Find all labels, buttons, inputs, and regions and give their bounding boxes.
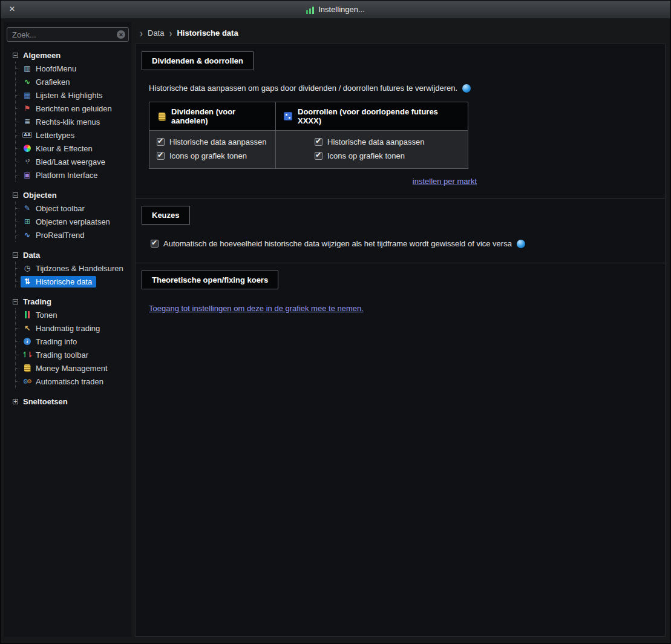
sidebar-group-algemeen[interactable]: − Algemeen <box>9 49 130 61</box>
sidebar-item-berichten-geluiden[interactable]: Berichten en geluiden <box>16 102 130 115</box>
item-label: Bied/Laat weergave <box>36 157 105 166</box>
theoretical-settings-link[interactable]: Toegang tot instellingen om deze in de g… <box>149 304 364 313</box>
dividends-table: Dividenden (voor aandelen) Doorrollen (v… <box>149 102 468 169</box>
sidebar-item-object-toolbar[interactable]: Object toolbar <box>16 202 130 215</box>
item-label: Objecten verplaatsen <box>36 217 110 226</box>
prorealtrend-icon <box>22 231 32 239</box>
item-label: ProRealTrend <box>36 231 84 240</box>
window-title: Instellingen... <box>318 5 365 14</box>
theoretical-section-header: Theoretische open/fixing koers <box>142 271 278 289</box>
group-label: Algemeen <box>23 51 61 60</box>
chevron-right-icon: › <box>140 26 143 39</box>
sidebar-item-handmatig-trading[interactable]: Handmatig trading <box>16 321 130 335</box>
group-items: Tonen Handmatig trading Trading info Tra… <box>15 308 130 388</box>
sidebar-group: + Sneltoetsen <box>9 395 130 407</box>
globe-help-icon[interactable] <box>517 240 525 248</box>
main-menu-icon <box>22 64 32 73</box>
sidebar-group: − Trading Tonen Handmatig trading Tradin… <box>9 295 130 388</box>
item-label: Lijsten & Highlights <box>36 91 103 100</box>
item-label: Historische data <box>36 277 92 286</box>
settings-tree: − Algemeen HoofdMenu Grafieken Lijsten &… <box>4 47 131 637</box>
collapse-icon[interactable]: − <box>13 299 18 304</box>
sidebar-item-automatisch-traden[interactable]: Automatisch traden <box>16 375 130 388</box>
search-input[interactable] <box>7 27 129 42</box>
column-header-dividenden: Dividenden (voor aandelen) <box>149 102 276 131</box>
object-toolbar-icon <box>22 204 32 212</box>
sidebar-group-data[interactable]: − Data <box>9 249 130 261</box>
item-label: Trading toolbar <box>36 350 88 360</box>
doorrollen-icons-tonen-row[interactable]: Icons op grafiek tonen <box>315 149 463 163</box>
instellen-per-markt-link[interactable]: instellen per markt <box>413 177 477 186</box>
money-management-icon <box>22 364 32 372</box>
sidebar-item-lettertypes[interactable]: Lettertypes <box>16 128 130 142</box>
chevron-right-icon: › <box>169 26 172 39</box>
description-text: Historische data aanpassen om gaps door … <box>149 84 457 93</box>
dividenden-icons-tonen-row[interactable]: Icons op grafiek tonen <box>157 149 270 163</box>
sidebar-item-objecten-verplaatsen[interactable]: Objecten verplaatsen <box>16 215 130 228</box>
item-label: Money Management <box>36 364 108 373</box>
settings-sidebar: × − Algemeen HoofdMenu Grafieken <box>4 22 131 637</box>
sidebar-group-trading[interactable]: − Trading <box>9 295 130 307</box>
trading-toolbar-icon <box>22 350 32 359</box>
coins-icon <box>157 112 166 120</box>
auto-adjust-history-row[interactable]: Automatisch de hoeveelheid historische d… <box>151 237 665 251</box>
checkbox-label: Icons op grafiek tonen <box>327 151 405 160</box>
sidebar-item-trading-info[interactable]: Trading info <box>16 335 130 348</box>
move-objects-icon <box>22 217 32 226</box>
sidebar-group: − Objecten Object toolbar Objecten verpl… <box>9 189 130 242</box>
doorrollen-options-cell: Historische data aanpassen Icons op graf… <box>276 131 468 169</box>
platform-interface-icon <box>22 171 32 179</box>
sidebar-item-grafieken[interactable]: Grafieken <box>16 75 130 88</box>
dividenden-historische-data-aanpassen-checkbox[interactable] <box>157 138 165 146</box>
collapse-icon[interactable]: − <box>13 192 18 198</box>
auto-adjust-history-checkbox[interactable] <box>151 240 159 248</box>
sidebar-item-lijsten-highlights[interactable]: Lijsten & Highlights <box>16 88 130 102</box>
breadcrumb-data[interactable]: Data <box>148 28 164 38</box>
dividenden-aanpassen-row[interactable]: Historische data aanpassen <box>157 135 270 149</box>
manual-trading-icon <box>22 324 32 332</box>
sidebar-item-prorealtrend[interactable]: ProRealTrend <box>16 228 130 242</box>
sidebar-item-kleur-effecten[interactable]: Kleur & Effecten <box>16 142 130 155</box>
group-items: HoofdMenu Grafieken Lijsten & Highlights… <box>15 62 130 182</box>
sidebar-item-rechts-klik-menus[interactable]: Rechts-klik menus <box>16 115 130 128</box>
sidebar-item-tonen[interactable]: Tonen <box>16 308 130 321</box>
collapse-icon[interactable]: − <box>13 252 18 258</box>
doorrollen-aanpassen-row[interactable]: Historische data aanpassen <box>315 135 463 149</box>
dividenden-icons-op-grafiek-checkbox[interactable] <box>157 152 165 160</box>
checkbox-label: Historische data aanpassen <box>327 137 424 146</box>
theoretical-link-row: Toegang tot instellingen om deze in de g… <box>149 304 665 313</box>
sidebar-item-hoofdmenu[interactable]: HoofdMenu <box>16 62 130 75</box>
sidebar-item-money-management[interactable]: Money Management <box>16 361 130 375</box>
display-icon <box>22 310 32 319</box>
sidebar-item-platform-interface[interactable]: Platform Interface <box>16 168 130 182</box>
item-label: Kleur & Effecten <box>36 144 93 153</box>
lists-icon <box>22 91 32 99</box>
sidebar-item-tijdzones-handelsuren[interactable]: Tijdzones & Handelsuren <box>16 261 130 275</box>
clear-search-icon[interactable]: × <box>117 30 125 39</box>
bid-ask-icon <box>22 157 32 166</box>
globe-help-icon[interactable] <box>462 84 471 93</box>
column-header-doorrollen: Doorrollen (voor doorlopende futures XXX… <box>276 102 468 131</box>
sidebar-group-objecten[interactable]: − Objecten <box>9 189 130 201</box>
doorrollen-icons-op-grafiek-checkbox[interactable] <box>315 152 322 160</box>
window-body: × − Algemeen HoofdMenu Grafieken <box>1 19 670 643</box>
doorrollen-historische-data-aanpassen-checkbox[interactable] <box>315 138 322 146</box>
group-label: Objecten <box>23 191 57 200</box>
item-label: Trading info <box>36 337 77 346</box>
column-header-label: Dividenden (voor aandelen) <box>171 107 268 125</box>
sidebar-item-trading-toolbar[interactable]: Trading toolbar <box>16 348 130 361</box>
group-items: Tijdzones & Handelsuren Historische data <box>15 261 130 288</box>
sidebar-item-bied-laat-weergave[interactable]: Bied/Laat weergave <box>16 155 130 168</box>
dividends-section: Dividenden & doorrollen Historische data… <box>136 44 665 199</box>
item-label: Platform Interface <box>36 171 98 180</box>
settings-main: › Data › Historische data Dividenden & d… <box>135 22 666 637</box>
historical-data-icon <box>22 277 32 286</box>
collapse-icon[interactable]: − <box>13 53 18 58</box>
sidebar-group-sneltoetsen[interactable]: + Sneltoetsen <box>9 395 130 407</box>
group-label: Trading <box>23 297 51 306</box>
close-button[interactable]: × <box>7 4 18 15</box>
group-label: Data <box>23 251 40 260</box>
expand-icon[interactable]: + <box>13 399 18 404</box>
search-box: × <box>7 27 129 42</box>
sidebar-item-historische-data[interactable]: Historische data <box>16 275 130 288</box>
